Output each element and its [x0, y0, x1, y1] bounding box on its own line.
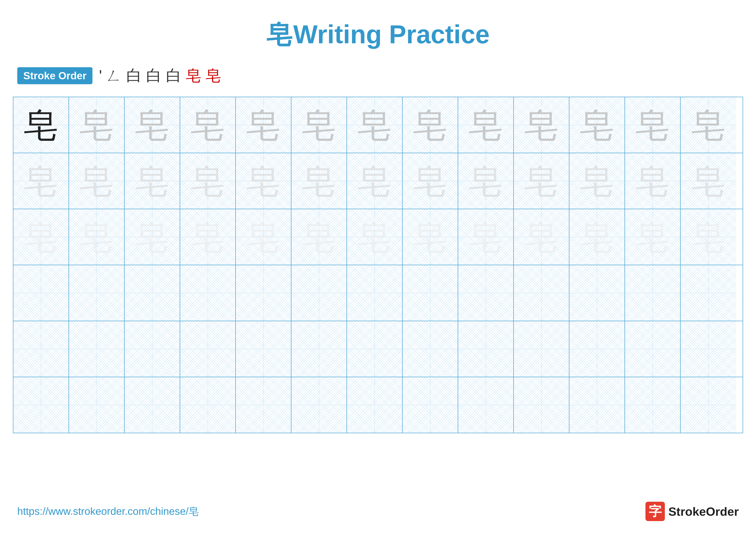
char-r3c4: 皂 [191, 220, 225, 254]
grid-cell-r3-c4[interactable]: 皂 [180, 209, 236, 265]
grid-cell-r2-c6[interactable]: 皂 [291, 153, 347, 209]
grid-cell-r4-c12[interactable] [625, 265, 681, 321]
char-r1c6: 皂 [302, 108, 336, 142]
grid-cell-r5-c12[interactable] [625, 321, 681, 377]
grid-cell-r1-c8[interactable]: 皂 [403, 97, 458, 153]
grid-cell-r6-c6[interactable] [291, 377, 347, 433]
grid-cell-r4-c10[interactable] [514, 265, 569, 321]
grid-cell-r2-c7[interactable]: 皂 [347, 153, 403, 209]
grid-cell-r3-c2[interactable]: 皂 [69, 209, 124, 265]
grid-cell-r5-c13[interactable] [681, 321, 736, 377]
grid-cell-r4-c4[interactable] [180, 265, 236, 321]
grid-cell-r6-c12[interactable] [625, 377, 681, 433]
char-r3c7: 皂 [357, 220, 392, 254]
grid-cell-r5-c6[interactable] [291, 321, 347, 377]
grid-cell-r5-c8[interactable] [403, 321, 458, 377]
grid-cell-r2-c13[interactable]: 皂 [681, 153, 736, 209]
grid-cell-r5-c5[interactable] [236, 321, 291, 377]
grid-cell-r1-c12[interactable]: 皂 [625, 97, 681, 153]
grid-cell-r3-c8[interactable]: 皂 [403, 209, 458, 265]
char-r3c10: 皂 [524, 220, 558, 254]
grid-cell-r4-c11[interactable] [569, 265, 625, 321]
stroke-6: 皂 [186, 65, 201, 86]
grid-cell-r3-c3[interactable]: 皂 [124, 209, 180, 265]
grid-cell-r3-c6[interactable]: 皂 [291, 209, 347, 265]
grid-cell-r1-c2[interactable]: 皂 [69, 97, 124, 153]
grid-cell-r1-c5[interactable]: 皂 [236, 97, 291, 153]
grid-cell-r4-c3[interactable] [124, 265, 180, 321]
grid-cell-r1-c11[interactable]: 皂 [569, 97, 625, 153]
grid-cell-r6-c7[interactable] [347, 377, 403, 433]
grid-cell-r1-c4[interactable]: 皂 [180, 97, 236, 153]
grid-cell-r4-c8[interactable] [403, 265, 458, 321]
grid-cell-r6-c11[interactable] [569, 377, 625, 433]
char-r1c3: 皂 [135, 108, 169, 142]
grid-cell-r6-c2[interactable] [69, 377, 124, 433]
grid-cell-r1-c6[interactable]: 皂 [291, 97, 347, 153]
stroke-7: 皂 [205, 65, 221, 86]
grid-cell-r2-c5[interactable]: 皂 [236, 153, 291, 209]
grid-cell-r3-c7[interactable]: 皂 [347, 209, 403, 265]
grid-cell-r6-c4[interactable] [180, 377, 236, 433]
grid-cell-r2-c11[interactable]: 皂 [569, 153, 625, 209]
grid-cell-r4-c6[interactable] [291, 265, 347, 321]
page-title: 皂 Writing Practice [0, 0, 756, 52]
grid-cell-r6-c13[interactable] [681, 377, 736, 433]
footer-logo: 字 StrokeOrder [645, 502, 739, 521]
grid-cell-r3-c10[interactable]: 皂 [514, 209, 569, 265]
stroke-4: 白 [146, 65, 162, 86]
grid-cell-r4-c7[interactable] [347, 265, 403, 321]
grid-cell-r1-c13[interactable]: 皂 [681, 97, 736, 153]
grid-cell-r5-c11[interactable] [569, 321, 625, 377]
grid-cell-r3-c11[interactable]: 皂 [569, 209, 625, 265]
char-r3c11: 皂 [580, 220, 614, 254]
grid-cell-r6-c10[interactable] [514, 377, 569, 433]
grid-row-2: 皂 皂 皂 皂 皂 皂 皂 皂 [14, 153, 742, 209]
stroke-2: ㄥ [106, 65, 122, 86]
grid-cell-r1-c9[interactable]: 皂 [458, 97, 514, 153]
grid-cell-r2-c9[interactable]: 皂 [458, 153, 514, 209]
char-r1c9: 皂 [469, 108, 503, 142]
grid-cell-r2-c1[interactable]: 皂 [14, 153, 69, 209]
grid-row-3: 皂 皂 皂 皂 皂 皂 皂 皂 [14, 209, 742, 265]
grid-cell-r5-c4[interactable] [180, 321, 236, 377]
grid-cell-r2-c10[interactable]: 皂 [514, 153, 569, 209]
char-r2c8: 皂 [413, 164, 447, 198]
grid-cell-r5-c7[interactable] [347, 321, 403, 377]
char-r2c5: 皂 [246, 164, 281, 198]
grid-cell-r5-c9[interactable] [458, 321, 514, 377]
grid-cell-r1-c3[interactable]: 皂 [124, 97, 180, 153]
grid-cell-r2-c4[interactable]: 皂 [180, 153, 236, 209]
grid-cell-r1-c7[interactable]: 皂 [347, 97, 403, 153]
grid-cell-r6-c3[interactable] [124, 377, 180, 433]
char-r2c12: 皂 [635, 164, 670, 198]
grid-cell-r1-c10[interactable]: 皂 [514, 97, 569, 153]
grid-cell-r4-c1[interactable] [14, 265, 69, 321]
grid-cell-r2-c12[interactable]: 皂 [625, 153, 681, 209]
char-r2c2: 皂 [79, 164, 114, 198]
grid-cell-r6-c8[interactable] [403, 377, 458, 433]
grid-cell-r3-c9[interactable]: 皂 [458, 209, 514, 265]
grid-cell-r2-c3[interactable]: 皂 [124, 153, 180, 209]
grid-cell-r5-c3[interactable] [124, 321, 180, 377]
char-r2c13: 皂 [691, 164, 726, 198]
grid-cell-r4-c5[interactable] [236, 265, 291, 321]
grid-cell-r6-c1[interactable] [14, 377, 69, 433]
grid-cell-r4-c9[interactable] [458, 265, 514, 321]
grid-cell-r4-c2[interactable] [69, 265, 124, 321]
grid-cell-r2-c2[interactable]: 皂 [69, 153, 124, 209]
grid-cell-r1-c1[interactable]: 皂 [14, 97, 69, 153]
char-r1c8: 皂 [413, 108, 447, 142]
grid-cell-r2-c8[interactable]: 皂 [403, 153, 458, 209]
grid-cell-r5-c1[interactable] [14, 321, 69, 377]
char-r2c4: 皂 [191, 164, 225, 198]
grid-cell-r3-c5[interactable]: 皂 [236, 209, 291, 265]
grid-cell-r3-c12[interactable]: 皂 [625, 209, 681, 265]
grid-cell-r3-c1[interactable]: 皂 [14, 209, 69, 265]
grid-cell-r3-c13[interactable]: 皂 [681, 209, 736, 265]
grid-cell-r5-c10[interactable] [514, 321, 569, 377]
grid-cell-r5-c2[interactable] [69, 321, 124, 377]
grid-cell-r6-c5[interactable] [236, 377, 291, 433]
grid-cell-r6-c9[interactable] [458, 377, 514, 433]
grid-cell-r4-c13[interactable] [681, 265, 736, 321]
